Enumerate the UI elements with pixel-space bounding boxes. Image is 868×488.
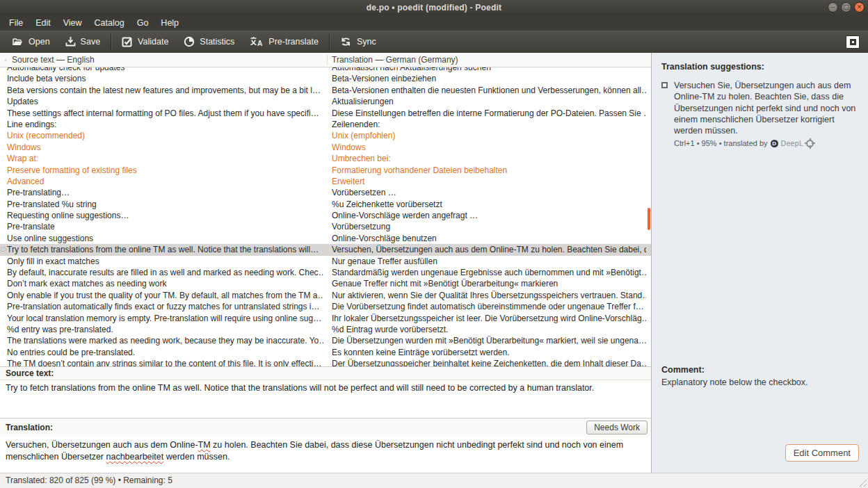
source-cell: Pre-translation automatically finds exac… xyxy=(7,301,323,312)
table-row[interactable]: Pre-translated %u string%u Zeichenkette … xyxy=(0,199,651,210)
menu-catalog[interactable]: Catalog xyxy=(88,15,131,31)
statusbar-text: Translated: 820 of 825 (99 %) • Remainin… xyxy=(6,475,172,485)
source-cell: Requesting online suggestions… xyxy=(7,210,323,221)
main-content: · Source text — English Translation — Ge… xyxy=(0,53,868,473)
edit-comment-button[interactable]: Edit Comment xyxy=(785,444,859,462)
close-icon[interactable]: ✕ xyxy=(854,2,865,13)
sidebar-toggle-icon[interactable] xyxy=(846,35,860,49)
source-cell: Preserve formatting of existing files xyxy=(7,165,323,176)
toolbar-separator xyxy=(111,33,111,50)
table-row[interactable]: Pre-translation automatically finds exac… xyxy=(0,301,651,312)
source-cell: These settings affect internal formattin… xyxy=(7,108,323,119)
needs-work-button[interactable]: Needs Work xyxy=(586,421,648,434)
translation-cell: Zeilenenden: xyxy=(332,119,646,130)
gear-icon[interactable] xyxy=(806,140,814,147)
source-text-label: Source text: xyxy=(0,366,651,380)
source-cell: Use online suggestions xyxy=(7,233,323,244)
comment-indicator-icon xyxy=(1,247,6,252)
menubar: File Edit View Catalog Go Help xyxy=(0,15,868,31)
table-row[interactable]: %d entry was pre-translated.%d Eintrag w… xyxy=(0,324,651,335)
table-row[interactable]: Pre-translateVorübersetzung xyxy=(0,221,651,232)
table-row[interactable]: Try to fetch translations from the onlin… xyxy=(0,244,651,255)
table-row[interactable]: No entries could be pre-translated.Es ko… xyxy=(0,347,651,358)
table-row[interactable]: Use online suggestionsOnline-Vorschläge … xyxy=(0,233,651,244)
source-cell: Only fill in exact matches xyxy=(7,256,323,267)
source-text-view: Try to fetch translations from the onlin… xyxy=(0,380,651,418)
resize-grip-icon[interactable] xyxy=(858,478,867,487)
table-row[interactable]: Pre-translating…Vorübersetzen … xyxy=(0,187,651,198)
translation-cell: Standardmäßig werden ungenaue Ergebnisse… xyxy=(332,267,646,278)
source-cell: Try to fetch translations from the onlin… xyxy=(7,244,323,255)
menu-help[interactable]: Help xyxy=(154,15,185,31)
translation-cell: Diese Einstellungen betreffen die intern… xyxy=(332,108,646,119)
table-row[interactable]: Automatically check for updatesAutomatis… xyxy=(0,67,651,73)
statistics-button[interactable]: Statistics xyxy=(176,31,242,53)
source-cell: The TM doesn’t contain any strings simil… xyxy=(7,358,323,366)
table-row[interactable]: Preserve formatting of existing filesFor… xyxy=(0,165,651,176)
comment-text: Explanatory note below the checkbox. xyxy=(661,377,858,387)
toolbar-separator xyxy=(329,33,330,50)
table-row[interactable]: Requesting online suggestions…Online-Vor… xyxy=(0,210,651,221)
translation-grid: Automatically check for updatesAutomatis… xyxy=(0,67,651,366)
table-row[interactable]: WindowsWindows xyxy=(0,142,651,153)
source-cell: The translations were marked as needing … xyxy=(7,335,323,346)
translation-cell: Formatierung vorhandener Dateien beibeha… xyxy=(332,165,646,176)
translation-cell: Ihr lokaler Übersetzungsspeicher ist lee… xyxy=(332,313,646,324)
table-row[interactable]: Your local translation memory is empty. … xyxy=(0,313,651,324)
translation-cell: Der Übersetzungsspeicher beinhaltet kein… xyxy=(332,358,646,366)
pretranslate-button[interactable]: A Pre-translate xyxy=(242,31,326,53)
column-header-source[interactable]: Source text — English xyxy=(12,53,95,67)
menu-file[interactable]: File xyxy=(3,15,29,31)
translation-cell: Unix (empfohlen) xyxy=(332,130,646,141)
menu-edit[interactable]: Edit xyxy=(29,15,57,31)
translation-panel-header: Translation: Needs Work xyxy=(0,418,651,437)
sort-indicator[interactable]: · xyxy=(4,53,7,67)
source-cell: By default, inaccurate results are fille… xyxy=(7,267,323,278)
poedit-window: de.po • poedit (modified) - Poedit – ▢ ✕… xyxy=(0,0,868,488)
suggestion-item[interactable]: Versuchen Sie, Übersetzungen auch aus de… xyxy=(661,80,858,147)
table-row[interactable]: These settings affect internal formattin… xyxy=(0,108,651,119)
validate-button[interactable]: Validate xyxy=(114,31,176,53)
table-row[interactable]: Only fill in exact matchesNur genaue Tre… xyxy=(0,256,651,267)
table-row[interactable]: The translations were marked as needing … xyxy=(0,335,651,346)
misspelled-word: TM xyxy=(198,440,211,450)
table-row[interactable]: AdvancedErweitert xyxy=(0,176,651,187)
source-cell: Beta versions contain the latest new fea… xyxy=(7,85,323,96)
grid-scrollbar[interactable] xyxy=(648,208,650,230)
translation-cell: Genaue Treffer nicht mit »Benötigt Übera… xyxy=(332,278,646,289)
suggestion-meta: Ctrl+1 • 95% • translated by D DeepL xyxy=(674,139,858,147)
maximize-icon[interactable]: ▢ xyxy=(841,2,851,13)
table-row[interactable]: Beta versions contain the latest new fea… xyxy=(0,85,651,96)
table-row[interactable]: Only enable if you trust the quality of … xyxy=(0,290,651,301)
titlebar[interactable]: de.po • poedit (modified) - Poedit – ▢ ✕ xyxy=(0,0,868,15)
table-row[interactable]: Wrap at:Umbrechen bei: xyxy=(0,153,651,164)
translation-input[interactable]: Versuchen, Übersetzungen auch aus dem On… xyxy=(0,437,651,473)
column-divider[interactable] xyxy=(327,55,328,65)
translation-cell: %d Eintrag wurde vorübersetzt. xyxy=(332,324,646,335)
source-cell: Automatically check for updates xyxy=(7,67,323,73)
save-button[interactable]: Save xyxy=(58,31,108,53)
open-button[interactable]: Open xyxy=(4,31,58,53)
statistics-icon xyxy=(184,36,195,47)
table-row[interactable]: The TM doesn’t contain any strings simil… xyxy=(0,358,651,366)
translation-text-segment: werden müssen. xyxy=(163,452,230,462)
translation-cell: Vorübersetzen … xyxy=(332,187,646,198)
misspelled-word: nachbearbeitet xyxy=(106,452,164,462)
table-row[interactable]: By default, inaccurate results are fille… xyxy=(0,267,651,278)
source-cell: No entries could be pre-translated. xyxy=(7,347,323,358)
table-row[interactable]: Don’t mark exact matches as needing work… xyxy=(0,278,651,289)
table-row[interactable]: UpdatesAktualisierungen xyxy=(0,96,651,107)
table-row[interactable]: Line endings:Zeilenenden: xyxy=(0,119,651,130)
table-row[interactable]: Unix (recommended)Unix (empfohlen) xyxy=(0,130,651,141)
menu-go[interactable]: Go xyxy=(131,15,155,31)
column-header-translation[interactable]: Translation — German (Germany) xyxy=(332,53,458,67)
save-icon xyxy=(65,36,76,47)
sync-button[interactable]: Sync xyxy=(332,31,384,53)
suggestions-title: Translation suggestions: xyxy=(661,62,858,72)
source-cell: Pre-translating… xyxy=(7,187,323,198)
menu-view[interactable]: View xyxy=(57,15,88,31)
source-cell: Only enable if you trust the quality of … xyxy=(7,290,323,301)
table-row[interactable]: Include beta versionsBeta-Versionen einb… xyxy=(0,73,651,84)
grid-header: · Source text — English Translation — Ge… xyxy=(0,53,651,67)
minimize-icon[interactable]: – xyxy=(828,2,838,13)
